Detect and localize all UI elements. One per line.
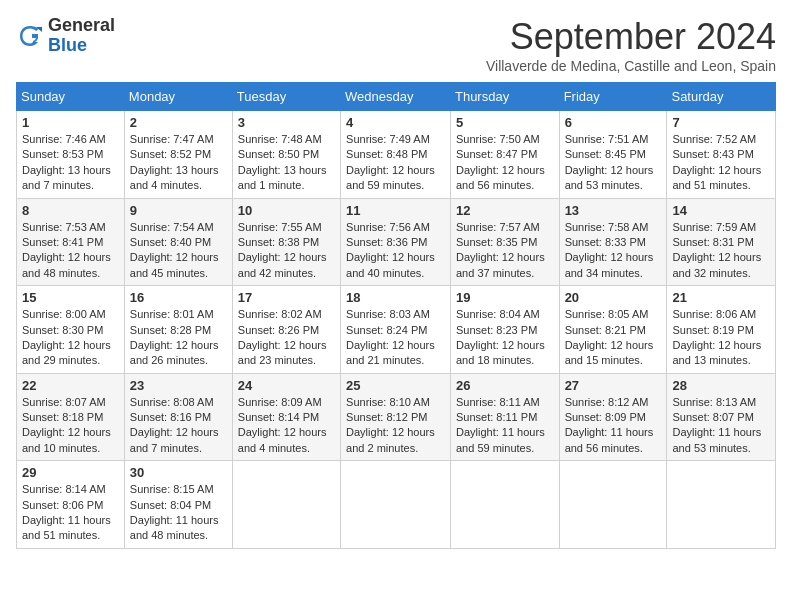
- day-number: 3: [238, 115, 335, 130]
- page-header: General Blue September 2024 Villaverde d…: [16, 16, 776, 74]
- day-info: Sunrise: 8:06 AM Sunset: 8:19 PM Dayligh…: [672, 307, 770, 369]
- logo-text: General Blue: [48, 16, 115, 56]
- day-info: Sunrise: 8:11 AM Sunset: 8:11 PM Dayligh…: [456, 395, 554, 457]
- day-number: 6: [565, 115, 662, 130]
- day-number: 21: [672, 290, 770, 305]
- day-number: 25: [346, 378, 445, 393]
- day-info: Sunrise: 8:04 AM Sunset: 8:23 PM Dayligh…: [456, 307, 554, 369]
- day-number: 23: [130, 378, 227, 393]
- day-info: Sunrise: 7:55 AM Sunset: 8:38 PM Dayligh…: [238, 220, 335, 282]
- calendar-week-1: 1 Sunrise: 7:46 AM Sunset: 8:53 PM Dayli…: [17, 111, 776, 199]
- day-cell-21: 21 Sunrise: 8:06 AM Sunset: 8:19 PM Dayl…: [667, 286, 776, 374]
- day-info: Sunrise: 8:02 AM Sunset: 8:26 PM Dayligh…: [238, 307, 335, 369]
- day-info: Sunrise: 8:10 AM Sunset: 8:12 PM Dayligh…: [346, 395, 445, 457]
- day-info: Sunrise: 7:54 AM Sunset: 8:40 PM Dayligh…: [130, 220, 227, 282]
- title-block: September 2024 Villaverde de Medina, Cas…: [486, 16, 776, 74]
- day-cell-19: 19 Sunrise: 8:04 AM Sunset: 8:23 PM Dayl…: [450, 286, 559, 374]
- calendar-week-5: 29 Sunrise: 8:14 AM Sunset: 8:06 PM Dayl…: [17, 461, 776, 549]
- day-info: Sunrise: 8:13 AM Sunset: 8:07 PM Dayligh…: [672, 395, 770, 457]
- day-number: 7: [672, 115, 770, 130]
- day-info: Sunrise: 7:56 AM Sunset: 8:36 PM Dayligh…: [346, 220, 445, 282]
- empty-cell: [667, 461, 776, 549]
- day-info: Sunrise: 7:48 AM Sunset: 8:50 PM Dayligh…: [238, 132, 335, 194]
- day-number: 15: [22, 290, 119, 305]
- day-cell-4: 4 Sunrise: 7:49 AM Sunset: 8:48 PM Dayli…: [341, 111, 451, 199]
- day-info: Sunrise: 7:57 AM Sunset: 8:35 PM Dayligh…: [456, 220, 554, 282]
- day-number: 1: [22, 115, 119, 130]
- day-number: 22: [22, 378, 119, 393]
- logo-general: General: [48, 16, 115, 36]
- day-info: Sunrise: 7:59 AM Sunset: 8:31 PM Dayligh…: [672, 220, 770, 282]
- day-number: 12: [456, 203, 554, 218]
- subtitle: Villaverde de Medina, Castille and Leon,…: [486, 58, 776, 74]
- day-cell-29: 29 Sunrise: 8:14 AM Sunset: 8:06 PM Dayl…: [17, 461, 125, 549]
- month-title: September 2024: [486, 16, 776, 58]
- day-cell-30: 30 Sunrise: 8:15 AM Sunset: 8:04 PM Dayl…: [124, 461, 232, 549]
- day-number: 10: [238, 203, 335, 218]
- day-info: Sunrise: 7:58 AM Sunset: 8:33 PM Dayligh…: [565, 220, 662, 282]
- day-cell-22: 22 Sunrise: 8:07 AM Sunset: 8:18 PM Dayl…: [17, 373, 125, 461]
- day-cell-3: 3 Sunrise: 7:48 AM Sunset: 8:50 PM Dayli…: [232, 111, 340, 199]
- logo: General Blue: [16, 16, 115, 56]
- day-info: Sunrise: 8:12 AM Sunset: 8:09 PM Dayligh…: [565, 395, 662, 457]
- empty-cell: [450, 461, 559, 549]
- day-cell-16: 16 Sunrise: 8:01 AM Sunset: 8:28 PM Dayl…: [124, 286, 232, 374]
- calendar-header-wednesday: Wednesday: [341, 83, 451, 111]
- calendar-header-saturday: Saturday: [667, 83, 776, 111]
- day-number: 11: [346, 203, 445, 218]
- day-info: Sunrise: 8:07 AM Sunset: 8:18 PM Dayligh…: [22, 395, 119, 457]
- day-number: 9: [130, 203, 227, 218]
- calendar-body: 1 Sunrise: 7:46 AM Sunset: 8:53 PM Dayli…: [17, 111, 776, 549]
- calendar-week-2: 8 Sunrise: 7:53 AM Sunset: 8:41 PM Dayli…: [17, 198, 776, 286]
- day-cell-18: 18 Sunrise: 8:03 AM Sunset: 8:24 PM Dayl…: [341, 286, 451, 374]
- day-info: Sunrise: 7:51 AM Sunset: 8:45 PM Dayligh…: [565, 132, 662, 194]
- day-number: 5: [456, 115, 554, 130]
- day-cell-15: 15 Sunrise: 8:00 AM Sunset: 8:30 PM Dayl…: [17, 286, 125, 374]
- day-number: 24: [238, 378, 335, 393]
- day-cell-11: 11 Sunrise: 7:56 AM Sunset: 8:36 PM Dayl…: [341, 198, 451, 286]
- day-info: Sunrise: 7:52 AM Sunset: 8:43 PM Dayligh…: [672, 132, 770, 194]
- day-number: 14: [672, 203, 770, 218]
- day-info: Sunrise: 8:05 AM Sunset: 8:21 PM Dayligh…: [565, 307, 662, 369]
- day-number: 30: [130, 465, 227, 480]
- day-info: Sunrise: 8:08 AM Sunset: 8:16 PM Dayligh…: [130, 395, 227, 457]
- day-number: 19: [456, 290, 554, 305]
- day-number: 20: [565, 290, 662, 305]
- day-number: 8: [22, 203, 119, 218]
- day-info: Sunrise: 7:46 AM Sunset: 8:53 PM Dayligh…: [22, 132, 119, 194]
- day-cell-12: 12 Sunrise: 7:57 AM Sunset: 8:35 PM Dayl…: [450, 198, 559, 286]
- day-info: Sunrise: 7:53 AM Sunset: 8:41 PM Dayligh…: [22, 220, 119, 282]
- day-cell-6: 6 Sunrise: 7:51 AM Sunset: 8:45 PM Dayli…: [559, 111, 667, 199]
- day-cell-20: 20 Sunrise: 8:05 AM Sunset: 8:21 PM Dayl…: [559, 286, 667, 374]
- day-number: 2: [130, 115, 227, 130]
- day-cell-14: 14 Sunrise: 7:59 AM Sunset: 8:31 PM Dayl…: [667, 198, 776, 286]
- day-number: 26: [456, 378, 554, 393]
- day-cell-28: 28 Sunrise: 8:13 AM Sunset: 8:07 PM Dayl…: [667, 373, 776, 461]
- calendar-header-row: SundayMondayTuesdayWednesdayThursdayFrid…: [17, 83, 776, 111]
- day-info: Sunrise: 7:50 AM Sunset: 8:47 PM Dayligh…: [456, 132, 554, 194]
- empty-cell: [232, 461, 340, 549]
- day-cell-24: 24 Sunrise: 8:09 AM Sunset: 8:14 PM Dayl…: [232, 373, 340, 461]
- calendar-header-tuesday: Tuesday: [232, 83, 340, 111]
- day-info: Sunrise: 8:01 AM Sunset: 8:28 PM Dayligh…: [130, 307, 227, 369]
- day-number: 17: [238, 290, 335, 305]
- day-info: Sunrise: 8:03 AM Sunset: 8:24 PM Dayligh…: [346, 307, 445, 369]
- day-cell-13: 13 Sunrise: 7:58 AM Sunset: 8:33 PM Dayl…: [559, 198, 667, 286]
- day-number: 13: [565, 203, 662, 218]
- day-cell-5: 5 Sunrise: 7:50 AM Sunset: 8:47 PM Dayli…: [450, 111, 559, 199]
- day-number: 18: [346, 290, 445, 305]
- day-cell-10: 10 Sunrise: 7:55 AM Sunset: 8:38 PM Dayl…: [232, 198, 340, 286]
- calendar-header-monday: Monday: [124, 83, 232, 111]
- calendar-header-friday: Friday: [559, 83, 667, 111]
- day-number: 27: [565, 378, 662, 393]
- day-cell-25: 25 Sunrise: 8:10 AM Sunset: 8:12 PM Dayl…: [341, 373, 451, 461]
- day-info: Sunrise: 8:15 AM Sunset: 8:04 PM Dayligh…: [130, 482, 227, 544]
- day-cell-23: 23 Sunrise: 8:08 AM Sunset: 8:16 PM Dayl…: [124, 373, 232, 461]
- calendar-table: SundayMondayTuesdayWednesdayThursdayFrid…: [16, 82, 776, 549]
- day-cell-17: 17 Sunrise: 8:02 AM Sunset: 8:26 PM Dayl…: [232, 286, 340, 374]
- day-cell-8: 8 Sunrise: 7:53 AM Sunset: 8:41 PM Dayli…: [17, 198, 125, 286]
- logo-blue: Blue: [48, 36, 115, 56]
- day-info: Sunrise: 7:47 AM Sunset: 8:52 PM Dayligh…: [130, 132, 227, 194]
- day-number: 29: [22, 465, 119, 480]
- calendar-header-sunday: Sunday: [17, 83, 125, 111]
